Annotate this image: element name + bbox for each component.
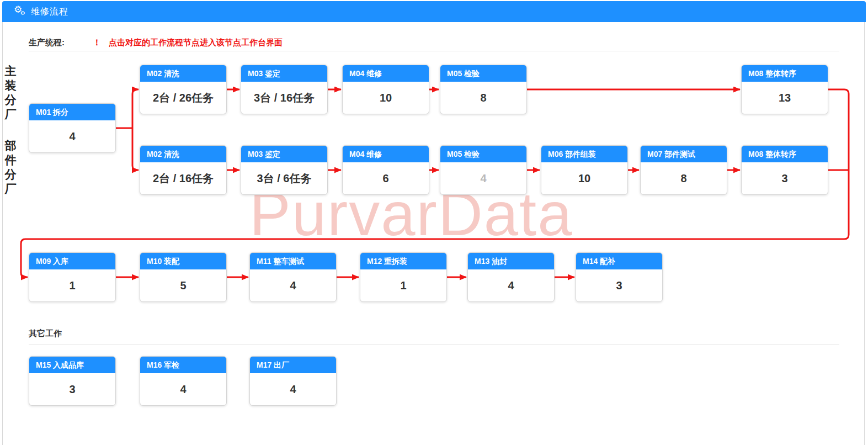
flow-node-m03-parts[interactable]: M03 鉴定 3台 / 6任务 [241, 145, 328, 195]
node-value: 10 [541, 162, 627, 194]
notice-exclamation-mark: ！ [93, 38, 101, 47]
node-value: 4 [140, 373, 226, 405]
node-value: 2台 / 26任务 [140, 82, 226, 114]
node-value: 4 [250, 269, 336, 301]
node-title: M17 出厂 [250, 357, 336, 373]
node-value: 8 [440, 82, 526, 114]
node-title: M02 清洗 [140, 65, 226, 82]
node-title: M05 检验 [440, 146, 526, 162]
node-value: 4 [440, 162, 526, 194]
node-title: M09 入库 [29, 253, 115, 269]
flow-node-m10[interactable]: M10 装配 5 [140, 252, 227, 302]
node-title: M03 鉴定 [241, 65, 327, 82]
node-value: 5 [140, 269, 226, 301]
flow-node-m11[interactable]: M11 整车测试 4 [249, 252, 337, 302]
repair-flow-app: ⚙︎ ⚙︎ 维修流程 生产统程: ！点击对应的工作流程节点进入该节点工作台界面 … [0, 0, 868, 445]
flow-node-m05-main[interactable]: M05 检验 8 [440, 65, 527, 114]
node-title: M10 装配 [140, 253, 226, 269]
node-title: M14 配补 [576, 253, 662, 269]
flow-node-m06-parts[interactable]: M06 部件组装 10 [541, 145, 628, 195]
node-value: 8 [641, 162, 727, 194]
flow-node-m14[interactable]: M14 配补 3 [576, 252, 663, 302]
separator-line-other [29, 345, 839, 345]
node-title: M04 维修 [343, 146, 429, 162]
flow-node-m09[interactable]: M09 入库 1 [29, 252, 116, 302]
flow-node-m08-main[interactable]: M08 整体转序 13 [741, 65, 828, 114]
flow-node-m13[interactable]: M13 油封 4 [467, 252, 555, 302]
node-value: 4 [29, 120, 115, 152]
flow-node-m03-main[interactable]: M03 鉴定 3台 / 16任务 [241, 65, 328, 114]
node-value: 4 [468, 269, 554, 301]
node-title: M04 维修 [343, 65, 429, 82]
node-title: M08 整体转序 [742, 146, 828, 162]
node-value: 3 [576, 269, 662, 301]
node-value: 1 [360, 269, 446, 301]
node-value: 3台 / 6任务 [241, 162, 327, 194]
node-title: M07 部件测试 [641, 146, 727, 162]
flow-node-m02-main[interactable]: M02 清洗 2台 / 26任务 [140, 65, 227, 114]
node-title: M13 油封 [468, 253, 554, 269]
other-node-m16[interactable]: M16 军检 4 [140, 356, 227, 406]
node-title: M03 鉴定 [241, 146, 327, 162]
node-value: 6 [343, 162, 429, 194]
node-title: M08 整体转序 [742, 65, 828, 82]
node-title: M11 整车测试 [250, 253, 336, 269]
page-title: 维修流程 [31, 1, 68, 22]
other-work-label: 其它工作 [29, 329, 62, 339]
other-node-m17[interactable]: M17 出厂 4 [249, 356, 337, 406]
flow-node-m12[interactable]: M12 重拆装 1 [360, 252, 447, 302]
flow-section-label: 生产统程: [29, 38, 65, 48]
node-title: M12 重拆装 [360, 253, 446, 269]
node-value: 3 [29, 373, 115, 405]
node-title: M06 部件组装 [541, 146, 627, 162]
factory-label-parts: 部件分厂 [4, 139, 17, 196]
node-title: M01 拆分 [29, 104, 115, 120]
flow-node-m01[interactable]: M01 拆分 4 [29, 103, 116, 153]
node-value: 3台 / 16任务 [241, 82, 327, 114]
node-value: 4 [250, 373, 336, 405]
node-value: 2台 / 16任务 [140, 162, 226, 194]
app-titlebar: ⚙︎ ⚙︎ 维修流程 [2, 1, 866, 22]
flow-node-m04-main[interactable]: M04 维修 10 [342, 65, 429, 114]
node-value: 10 [343, 82, 429, 114]
node-value: 3 [742, 162, 828, 194]
separator-line-top [29, 51, 839, 51]
node-title: M02 清洗 [140, 146, 226, 162]
click-notice: ！点击对应的工作流程节点进入该节点工作台界面 [93, 38, 283, 48]
node-title: M15 入成品库 [29, 357, 115, 373]
flow-node-m02-parts[interactable]: M02 清洗 2台 / 16任务 [140, 145, 227, 195]
flow-node-m08-parts[interactable]: M08 整体转序 3 [741, 145, 828, 195]
notice-text: 点击对应的工作流程节点进入该节点工作台界面 [109, 38, 283, 47]
flow-node-m04-parts[interactable]: M04 维修 6 [342, 145, 429, 195]
node-value: 1 [29, 269, 115, 301]
factory-label-main: 主装分厂 [4, 64, 17, 121]
flow-node-m07-parts[interactable]: M07 部件测试 8 [640, 145, 727, 195]
other-node-m15[interactable]: M15 入成品库 3 [29, 356, 116, 406]
flow-node-m05-parts[interactable]: M05 检验 4 [440, 145, 527, 195]
node-title: M16 军检 [140, 357, 226, 373]
node-value: 13 [742, 82, 828, 114]
node-title: M05 检验 [440, 65, 526, 82]
